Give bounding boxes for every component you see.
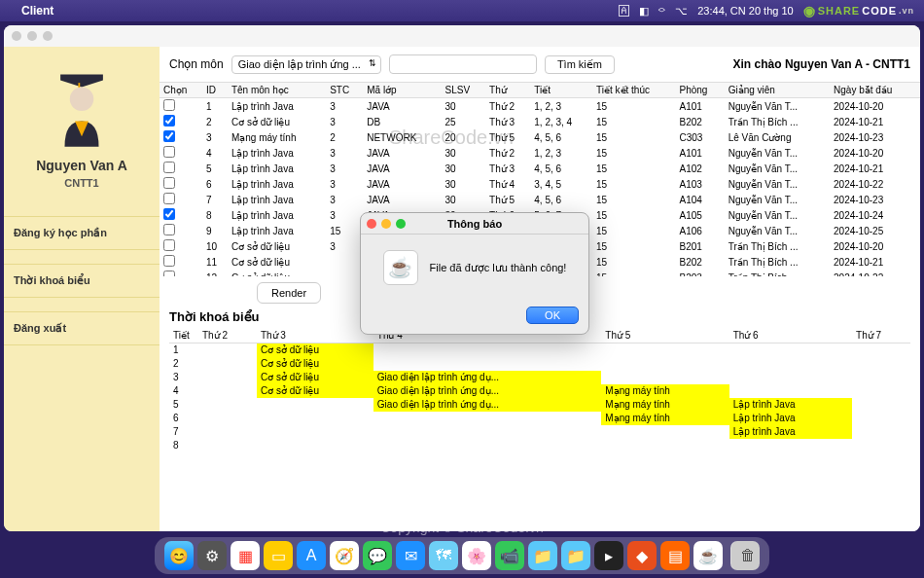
sidebar-item-timetable[interactable]: Thời khoá biểu xyxy=(4,264,160,298)
close-icon[interactable] xyxy=(12,31,21,41)
sharecode-logo: ◉ SHARECODE.vn xyxy=(803,3,914,18)
messages-icon[interactable]: 💬 xyxy=(363,541,392,570)
column-header[interactable]: Chọn xyxy=(160,83,202,98)
minimize-icon[interactable] xyxy=(27,31,37,41)
row-checkbox[interactable] xyxy=(163,177,175,189)
table-row[interactable]: 3Mạng máy tính2NETWORK20Thứ 54, 5, 615C3… xyxy=(160,129,920,145)
menubar: Client 🄰 ◧ ⌔ ⌥ 23:44, CN 20 thg 10 ◉ SHA… xyxy=(0,0,924,21)
column-header[interactable]: Ngày bắt đầu xyxy=(830,83,920,98)
appstore-icon[interactable]: A xyxy=(297,541,326,570)
column-header[interactable]: Tên môn học xyxy=(228,83,326,98)
dock: 😊 ⚙ ▦ ▭ A 🧭 💬 ✉ 🗺 🌸 📹 📁 📁 ▸ ◆ ▤ ☕ 🗑 xyxy=(155,537,769,574)
tt-row: 6Mạng máy tínhLập trình Java xyxy=(169,412,910,425)
close-icon[interactable] xyxy=(367,219,376,229)
welcome-text: Xin chào Nguyen Van A - CNTT1 xyxy=(733,57,910,71)
tt-row: 3Cơ sở dữ liệuGiao diện lập trình ứng dụ… xyxy=(169,371,910,384)
choose-label: Chọn môn xyxy=(169,57,224,71)
settings-icon[interactable]: ⚙ xyxy=(197,541,227,570)
row-checkbox[interactable] xyxy=(163,239,175,251)
safari-icon[interactable]: 🧭 xyxy=(330,541,359,570)
table-row[interactable]: 4Lập trình Java3JAVA30Thứ 21, 2, 315A101… xyxy=(160,145,920,161)
terminal-icon[interactable]: ▸ xyxy=(594,541,623,570)
search-input[interactable] xyxy=(389,54,537,74)
table-row[interactable]: 1Lập trình Java3JAVA30Thứ 21, 2, 315A101… xyxy=(160,98,920,115)
folder-icon[interactable]: 📁 xyxy=(561,541,590,570)
sublime-icon[interactable]: ▤ xyxy=(660,541,690,570)
table-row[interactable]: 5Lập trình Java3JAVA30Thứ 34, 5, 615A102… xyxy=(160,161,920,176)
render-button[interactable]: Render xyxy=(257,282,321,304)
wifi-icon[interactable]: ⌔ xyxy=(658,5,665,17)
titlebar xyxy=(4,25,920,47)
row-checkbox[interactable] xyxy=(163,162,175,173)
tt-row: 2Cơ sở dữ liệu xyxy=(169,357,910,371)
row-checkbox[interactable] xyxy=(163,224,175,235)
maximize-icon[interactable] xyxy=(396,219,406,229)
row-checkbox[interactable] xyxy=(163,146,175,158)
search-button[interactable]: Tìm kiếm xyxy=(545,55,615,74)
row-checkbox[interactable] xyxy=(163,130,175,142)
tt-row: 5Giao diện lập trình ứng dụ...Mạng máy t… xyxy=(169,398,910,412)
column-header[interactable]: SLSV xyxy=(441,83,485,98)
sidebar-item-logout[interactable]: Đăng xuất xyxy=(4,311,160,345)
tt-header: Thứ 3 xyxy=(257,328,373,343)
control-center-icon[interactable]: ⌥ xyxy=(675,5,688,18)
column-header[interactable]: Giảng viên xyxy=(725,83,830,98)
tt-header: Thứ 7 xyxy=(852,328,910,343)
table-row[interactable]: 7Lập trình Java3JAVA30Thứ 54, 5, 615A104… xyxy=(160,192,920,207)
svg-marker-0 xyxy=(60,74,103,87)
java-icon: ☕ xyxy=(383,250,418,285)
menubar-app[interactable]: Client xyxy=(21,4,53,18)
student-class: CNTT1 xyxy=(14,177,150,189)
input-menu-icon[interactable]: 🄰 xyxy=(619,5,629,17)
dialog-title: Thông báo xyxy=(361,213,588,235)
tt-row: 7Lập trình Java xyxy=(169,425,910,439)
tt-row: 1Cơ sở dữ liệu xyxy=(169,343,910,357)
column-header[interactable]: Thứ xyxy=(485,83,530,98)
ok-button[interactable]: OK xyxy=(526,307,579,324)
column-header[interactable]: ID xyxy=(202,83,228,98)
dialog-message: File đã được lưu thành công! xyxy=(430,262,567,274)
column-header[interactable]: Tiết xyxy=(530,83,592,98)
timetable: Thời khoá biểu TiếtThứ 2Thứ 3Thứ 4Thứ 5T… xyxy=(160,309,920,531)
row-checkbox[interactable] xyxy=(163,193,175,204)
sidebar-item-register[interactable]: Đăng ký học phần xyxy=(4,216,160,250)
table-row[interactable]: 2Cơ sở dữ liệu3DB25Thứ 31, 2, 3, 415B202… xyxy=(160,114,920,129)
app-icon[interactable]: ◆ xyxy=(627,541,657,570)
minimize-icon[interactable] xyxy=(381,219,391,229)
tt-header: Thứ 6 xyxy=(729,328,852,343)
row-checkbox[interactable] xyxy=(163,115,175,126)
alert-dialog: Thông báo ☕ File đã được lưu thành công!… xyxy=(360,212,589,335)
column-header[interactable]: Mã lớp xyxy=(363,83,441,98)
table-row[interactable]: 6Lập trình Java3JAVA30Thứ 43, 4, 515A103… xyxy=(160,176,920,192)
trash-icon[interactable]: 🗑 xyxy=(730,541,760,570)
clock[interactable]: 23:44, CN 20 thg 10 xyxy=(697,5,793,17)
row-checkbox[interactable] xyxy=(163,208,175,220)
java-icon[interactable]: ☕ xyxy=(693,541,723,570)
column-header[interactable]: STC xyxy=(326,83,363,98)
svg-point-3 xyxy=(70,88,94,112)
mail-icon[interactable]: ✉ xyxy=(396,541,425,570)
student-name: Nguyen Van A xyxy=(14,158,150,173)
row-checkbox[interactable] xyxy=(163,255,175,267)
facetime-icon[interactable]: 📹 xyxy=(495,541,524,570)
maximize-icon[interactable] xyxy=(43,31,53,41)
notes-icon[interactable]: ▭ xyxy=(264,541,293,570)
maps-icon[interactable]: 🗺 xyxy=(429,541,458,570)
tt-row: 8 xyxy=(169,439,910,452)
column-header[interactable]: Tiết kết thúc xyxy=(592,83,676,98)
subject-select[interactable]: Giao diện lập trình ứng ... xyxy=(231,55,381,74)
tt-row: 4Cơ sở dữ liệuGiao diện lập trình ứng dụ… xyxy=(169,384,910,398)
column-header[interactable]: Phòng xyxy=(676,83,725,98)
folder-icon[interactable]: 📁 xyxy=(528,541,557,570)
row-checkbox[interactable] xyxy=(163,99,175,111)
tt-header: Tiết xyxy=(169,328,198,343)
photos-icon[interactable]: 🌸 xyxy=(462,541,491,570)
battery-icon[interactable]: ◧ xyxy=(639,5,649,18)
finder-icon[interactable]: 😊 xyxy=(164,541,194,570)
profile: Nguyen Van A CNTT1 xyxy=(4,47,160,202)
sidebar: Nguyen Van A CNTT1 Đăng ký học phần Thời… xyxy=(4,47,160,531)
tt-header: Thứ 2 xyxy=(198,328,257,343)
avatar xyxy=(48,60,116,148)
calendar-icon[interactable]: ▦ xyxy=(231,541,260,570)
tt-header: Thứ 5 xyxy=(601,328,729,343)
